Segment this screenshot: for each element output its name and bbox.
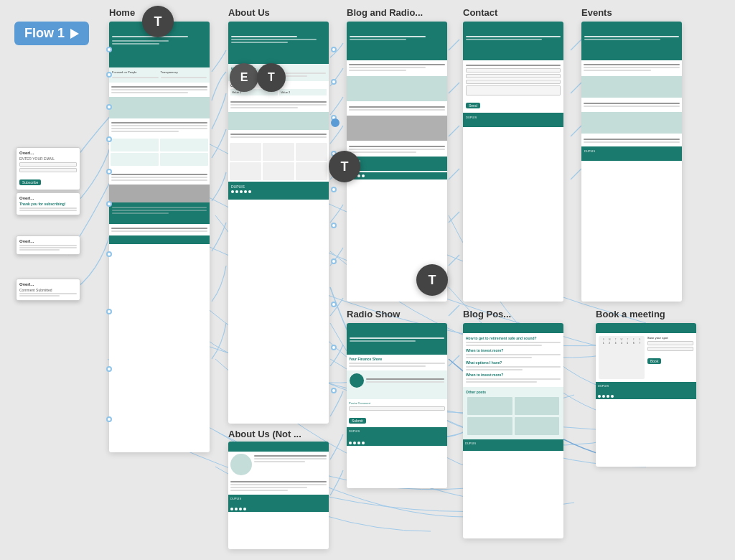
section-events: Events	[581, 7, 612, 18]
section-about: About Us	[228, 7, 270, 18]
avatar-E1: E	[230, 63, 258, 92]
conn-dot-a1	[331, 47, 337, 52]
section-blog-post: Blog Pos...	[463, 309, 511, 319]
conn-dot-h5	[106, 169, 112, 174]
conn-dot-h3	[106, 104, 112, 110]
conn-dot-h8	[106, 309, 112, 314]
book-meeting-frame[interactable]: S M T W T F S 1 2 3 4 5 6 7	[596, 323, 696, 467]
section-book-meeting: Book a meeting	[596, 309, 665, 319]
blog-post-frame[interactable]: How to get to retirement safe and sound?…	[463, 323, 563, 538]
conn-dot-a9	[331, 345, 337, 350]
radio-show-frame[interactable]: Your Finance Show Post a Comment Submit …	[347, 323, 447, 488]
section-home: Home	[109, 7, 135, 18]
conn-dot-h10	[106, 416, 112, 422]
conn-dot-a7	[331, 258, 337, 264]
overlay-3[interactable]: Overl...	[16, 235, 80, 255]
contact-page-frame[interactable]: Send DUPUIS	[463, 22, 563, 302]
overlay-4[interactable]: Overl... Comment Submitted	[16, 279, 80, 301]
avatar-T3: T	[329, 151, 360, 182]
conn-dot-a8	[331, 302, 337, 307]
overlay-2[interactable]: Overl... Thank you for subscribing!	[16, 192, 80, 215]
conn-dot-h1	[106, 47, 112, 52]
conn-dot-h9	[106, 366, 112, 372]
overlay-1[interactable]: Overl... ENTER YOUR EMAIL Subscribe	[16, 147, 80, 190]
flow-label-text: Flow 1	[24, 26, 65, 41]
conn-dot-a6	[331, 223, 337, 228]
conn-dot-h6	[106, 201, 112, 207]
overlay-4-label: Overl...	[19, 282, 77, 286]
overlay-2-label: Overl...	[19, 196, 77, 200]
section-blog: Blog and Radio...	[347, 7, 423, 18]
overlay-1-label: Overl...	[19, 151, 77, 155]
blog-page-frame[interactable]: DUPUIS	[347, 22, 447, 302]
avatar-T1: T	[142, 6, 174, 37]
events-page-frame[interactable]: DUPUIS	[581, 22, 682, 302]
conn-dot-a10	[331, 388, 337, 393]
section-about-not: About Us (Not ...	[228, 429, 301, 439]
about-not-frame[interactable]: DUPUIS	[228, 442, 329, 549]
flow-play-button[interactable]	[70, 29, 79, 39]
conn-dot-a5	[331, 187, 337, 192]
conn-dot-h7	[106, 251, 112, 257]
section-radio: Radio Show	[347, 309, 400, 319]
flow-label[interactable]: Flow 1	[14, 22, 89, 45]
section-contact: Contact	[463, 7, 497, 18]
home-page-frame[interactable]: Focused on People Transparency	[109, 22, 210, 452]
conn-dot-a2	[331, 79, 337, 85]
active-conn-dot	[331, 118, 340, 127]
conn-dot-h4	[106, 136, 112, 142]
avatar-T2: T	[257, 63, 286, 92]
avatar-T4: T	[416, 264, 448, 296]
conn-dot-h2	[106, 72, 112, 78]
overlay-3-label: Overl...	[19, 239, 77, 243]
